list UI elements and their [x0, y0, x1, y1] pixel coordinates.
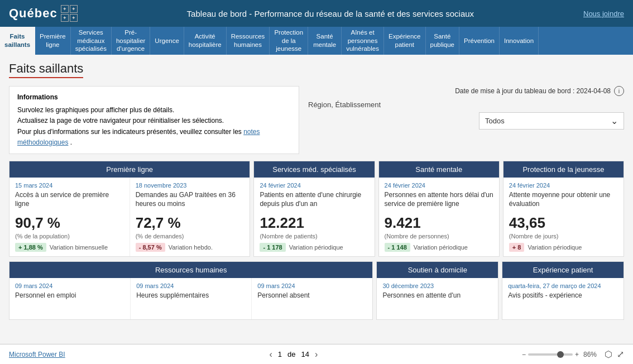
section-cards-pl: 15 mars 2024 Accès à un service de premi…	[9, 178, 250, 256]
metric-unit-pj-1: (Nombre de jours)	[509, 233, 618, 240]
variation-badge-pj-1: + 8	[509, 243, 525, 252]
metric-card-sante-1: 24 février 2024 Personnes en attente hor…	[379, 178, 499, 256]
flag-1: ✦	[61, 5, 69, 13]
metric-variation-pl-2: - 8,57 % Variation hebdo.	[136, 243, 244, 252]
nav-pre-hospitalier[interactable]: Pré-hospitalierd'urgence	[112, 27, 150, 55]
region-label: Région, Établissement	[308, 100, 624, 109]
prev-page-button[interactable]: ‹	[269, 349, 272, 360]
logo-text: Québec	[9, 6, 57, 21]
zoom-minus-icon[interactable]: −	[522, 351, 526, 358]
main-nav: Faitssaillants Premièreligne Servicesméd…	[0, 27, 633, 55]
variation-badge-sante-1: - 1 148	[385, 243, 410, 252]
dropdown-value: Todos	[485, 117, 505, 125]
cards-row-2: Ressources humaines 09 mars 2024 Personn…	[9, 261, 624, 320]
nav-aines[interactable]: Aînés etpersonnesvulnérables	[342, 27, 384, 55]
variation-badge-pl-2: - 8,57 %	[136, 243, 165, 252]
zoom-plus-icon[interactable]: +	[575, 351, 579, 358]
info-line-3-suffix: .	[70, 138, 72, 146]
nav-premiere-ligne[interactable]: Premièreligne	[35, 27, 71, 55]
fullscreen-icon[interactable]: ⤢	[617, 349, 624, 360]
section-header-pl: Première ligne	[9, 161, 250, 178]
nav-activite-hospitaliere[interactable]: Activitéhospitalière	[184, 27, 227, 55]
info-line-3: Pour plus d'informations sur les indicat…	[17, 127, 291, 148]
nav-sante-publique[interactable]: Santépublique	[426, 27, 459, 55]
bottom-bar: Microsoft Power BI ‹ 1 de 14 › − + 86% ⬡…	[0, 344, 633, 364]
cards-row-1: Première ligne 15 mars 2024 Accès à un s…	[9, 161, 624, 257]
section-header-rh: Ressources humaines	[9, 262, 372, 278]
top-section: Informations Survolez les graphiques pou…	[9, 86, 624, 154]
section-header-pj: Protection de la jeunesse	[503, 161, 624, 178]
variation-label-pl-1: Variation bimensuelle	[50, 244, 108, 251]
metric-unit-pl-2: (% de demandes)	[136, 233, 244, 240]
variation-label-pj-1: Variation périodique	[528, 244, 582, 251]
metric-card-rh-1: 09 mars 2024 Personnel en emploi	[9, 278, 131, 319]
metric-date-pl-1: 15 mars 2024	[15, 182, 124, 189]
nav-urgence[interactable]: Urgence	[150, 27, 184, 55]
pagination: ‹ 1 de 14 ›	[269, 349, 318, 360]
metric-label-sd-1: Personnes en attente d'un	[382, 291, 492, 312]
metric-date-pl-2: 18 novembre 2023	[136, 182, 244, 189]
nav-ressources-humaines[interactable]: Ressourceshumaines	[227, 27, 270, 55]
main-content: Faits saillants Informations Survolez le…	[0, 55, 633, 344]
section-sante-mentale: Santé mentale 24 février 2024 Personnes …	[378, 161, 500, 257]
metric-date-rh-1: 09 mars 2024	[15, 282, 124, 289]
variation-label-sante-1: Variation périodique	[414, 244, 468, 251]
chevron-down-icon: ⌄	[611, 116, 618, 126]
zoom-thumb	[557, 351, 564, 358]
section-header-sm: Services méd. spécialisés	[254, 161, 374, 178]
header-title: Tableau de bord - Performance du réseau …	[78, 9, 583, 18]
nav-experience-patient[interactable]: Expériencepatient	[384, 27, 426, 55]
nav-faits-saillants[interactable]: Faitssaillants	[0, 27, 35, 55]
nav-innovation[interactable]: Innovation	[500, 27, 539, 55]
metric-label-sm-1: Patients en attente d'une chirurgie depu…	[260, 191, 368, 211]
section-cards-sante: 24 février 2024 Personnes en attente hor…	[379, 178, 499, 256]
metric-label-pl-1: Accès à un service de première ligne	[15, 191, 124, 211]
metric-label-rh-2: Heures supplémentaires	[136, 291, 246, 312]
info-box: Informations Survolez les graphiques pou…	[9, 86, 299, 154]
metric-date-ep-1: quarta-feira, 27 de março de 2024	[508, 282, 618, 289]
nav-sante-mentale[interactable]: Santémentale	[308, 27, 342, 55]
info-line-1: Survolez les graphiques pour afficher pl…	[17, 105, 291, 116]
zoom-control: − + 86% ⬡ ⤢	[522, 349, 624, 360]
date-update-text: Date de mise à jour du tableau de bord :…	[455, 87, 611, 95]
info-icon[interactable]: i	[614, 86, 624, 96]
page-separator: de	[287, 350, 295, 358]
zoom-slider[interactable]	[528, 353, 573, 356]
flag-3: ✦	[61, 14, 69, 22]
metric-value-sante-1: 9.421	[385, 214, 493, 232]
section-experience-patient: Expérience patient quarta-feira, 27 de m…	[502, 261, 624, 320]
logo-flags: ✦ ✦ ✦ ✦	[61, 5, 78, 22]
section-ressources-humaines: Ressources humaines 09 mars 2024 Personn…	[9, 261, 373, 320]
section-premiere-ligne: Première ligne 15 mars 2024 Accès à un s…	[9, 161, 250, 257]
info-line-2: Actualisez la page de votre navigateur p…	[17, 116, 291, 126]
region-dropdown[interactable]: Todos ⌄	[479, 112, 624, 130]
metric-variation-pj-1: + 8 Variation périodique	[509, 243, 618, 252]
powerbi-link[interactable]: Microsoft Power BI	[9, 351, 65, 358]
section-cards-ep: quarta-feira, 27 de março de 2024 Avis p…	[502, 278, 624, 319]
metric-card-sd-1: 30 décembre 2023 Personnes en attente d'…	[377, 278, 498, 319]
metric-value-sm-1: 12.221	[260, 214, 368, 232]
metric-value-pl-2: 72,7 %	[136, 214, 244, 232]
section-cards-rh: 09 mars 2024 Personnel en emploi 09 mars…	[9, 278, 372, 319]
share-icon[interactable]: ⬡	[605, 349, 612, 360]
metric-date-rh-3: 09 mars 2024	[257, 282, 367, 289]
flag-4: ✦	[70, 14, 78, 22]
next-page-button[interactable]: ›	[315, 349, 318, 360]
metric-unit-pl-1: (% de la population)	[15, 233, 124, 240]
section-cards-sd: 30 décembre 2023 Personnes en attente d'…	[377, 278, 498, 319]
metric-date-pj-1: 24 février 2024	[509, 182, 618, 189]
nav-services-medicaux[interactable]: Servicesmédicauxspécialisés	[71, 27, 112, 55]
metric-label-pl-2: Demandes au GAP traitées en 36 heures ou…	[136, 191, 244, 211]
nav-protection-jeunesse[interactable]: Protectionde lajeunesse	[270, 27, 308, 55]
logo: Québec ✦ ✦ ✦ ✦	[9, 5, 78, 22]
nous-joindre-link[interactable]: Nous joindre	[583, 9, 624, 18]
info-box-title: Informations	[17, 92, 291, 103]
metric-date-sante-1: 24 février 2024	[385, 182, 493, 189]
metric-date-sm-1: 24 février 2024	[260, 182, 368, 189]
nav-prevention[interactable]: Prévention	[459, 27, 500, 55]
metric-card-pl-1: 15 mars 2024 Accès à un service de premi…	[9, 178, 130, 256]
metric-variation-sm-1: - 1 178 Variation périodique	[260, 243, 368, 252]
section-cards-pj: 24 février 2024 Attente moyenne pour obt…	[503, 178, 624, 256]
metric-card-pj-1: 24 février 2024 Attente moyenne pour obt…	[503, 178, 624, 256]
variation-badge-pl-1: + 1,88 %	[15, 243, 46, 252]
